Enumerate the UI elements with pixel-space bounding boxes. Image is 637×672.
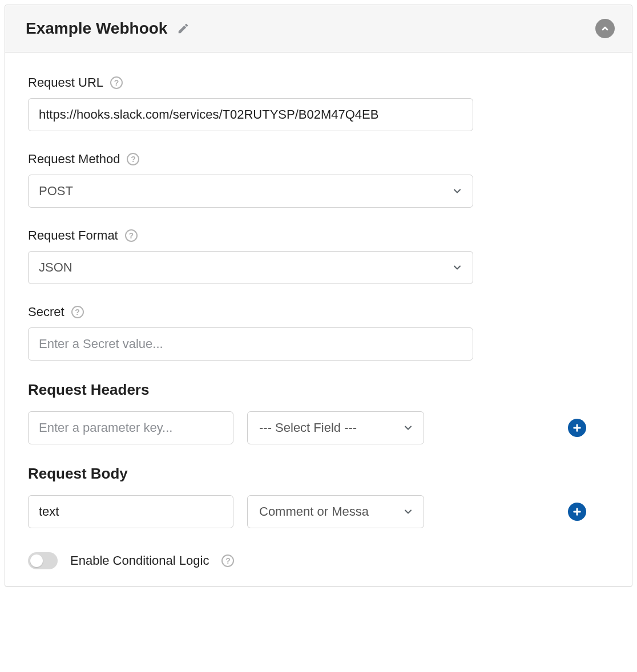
request-format-label-row: Request Format ? bbox=[28, 228, 609, 243]
body-row: Comment or Messa bbox=[28, 495, 609, 528]
help-icon[interactable]: ? bbox=[127, 153, 139, 165]
edit-icon[interactable] bbox=[176, 22, 190, 35]
request-method-label: Request Method bbox=[28, 152, 120, 167]
conditional-logic-label: Enable Conditional Logic bbox=[70, 553, 209, 568]
request-method-select[interactable]: POST bbox=[28, 175, 473, 208]
header-row: --- Select Field --- bbox=[28, 411, 609, 444]
help-icon[interactable]: ? bbox=[125, 229, 138, 242]
field-secret: Secret ? bbox=[28, 305, 609, 361]
request-format-value: JSON bbox=[28, 251, 473, 284]
plus-icon bbox=[572, 423, 582, 433]
request-body-heading: Request Body bbox=[28, 465, 609, 483]
request-headers-heading: Request Headers bbox=[28, 381, 609, 399]
header-field-select[interactable]: --- Select Field --- bbox=[247, 411, 424, 444]
plus-icon bbox=[572, 507, 582, 517]
panel-header-left: Example Webhook bbox=[26, 19, 190, 38]
request-url-label-row: Request URL ? bbox=[28, 75, 609, 90]
request-format-label: Request Format bbox=[28, 228, 118, 243]
body-field-value: Comment or Messa bbox=[247, 495, 424, 528]
add-body-button[interactable] bbox=[568, 503, 586, 521]
header-field-value: --- Select Field --- bbox=[247, 411, 424, 444]
body-key-input[interactable] bbox=[28, 495, 233, 528]
webhook-panel: Example Webhook Request URL ? Req bbox=[5, 5, 632, 587]
panel-body: Request URL ? Request Method ? POST Requ… bbox=[5, 52, 632, 586]
body-field-select[interactable]: Comment or Messa bbox=[247, 495, 424, 528]
section-request-headers: Request Headers --- Select Field --- bbox=[28, 381, 609, 444]
secret-label: Secret bbox=[28, 305, 64, 319]
request-url-label: Request URL bbox=[28, 75, 103, 90]
field-request-method: Request Method ? POST bbox=[28, 152, 609, 208]
conditional-logic-toggle[interactable] bbox=[28, 552, 58, 569]
collapse-button[interactable] bbox=[595, 19, 615, 38]
field-request-format: Request Format ? JSON bbox=[28, 228, 609, 284]
field-request-url: Request URL ? bbox=[28, 75, 609, 131]
section-request-body: Request Body Comment or Messa bbox=[28, 465, 609, 528]
panel-title: Example Webhook bbox=[26, 19, 167, 38]
request-url-input[interactable] bbox=[28, 98, 473, 131]
conditional-logic-row: Enable Conditional Logic ? bbox=[28, 549, 609, 569]
request-method-label-row: Request Method ? bbox=[28, 152, 609, 167]
add-header-button[interactable] bbox=[568, 419, 586, 437]
secret-label-row: Secret ? bbox=[28, 305, 609, 319]
secret-input[interactable] bbox=[28, 327, 473, 361]
help-icon[interactable]: ? bbox=[71, 306, 84, 318]
request-method-value: POST bbox=[28, 175, 473, 208]
panel-header: Example Webhook bbox=[5, 5, 632, 52]
toggle-knob bbox=[30, 554, 43, 567]
header-key-input[interactable] bbox=[28, 411, 233, 444]
help-icon[interactable]: ? bbox=[110, 76, 123, 89]
request-format-select[interactable]: JSON bbox=[28, 251, 473, 284]
help-icon[interactable]: ? bbox=[221, 554, 234, 567]
chevron-up-icon bbox=[600, 24, 610, 33]
